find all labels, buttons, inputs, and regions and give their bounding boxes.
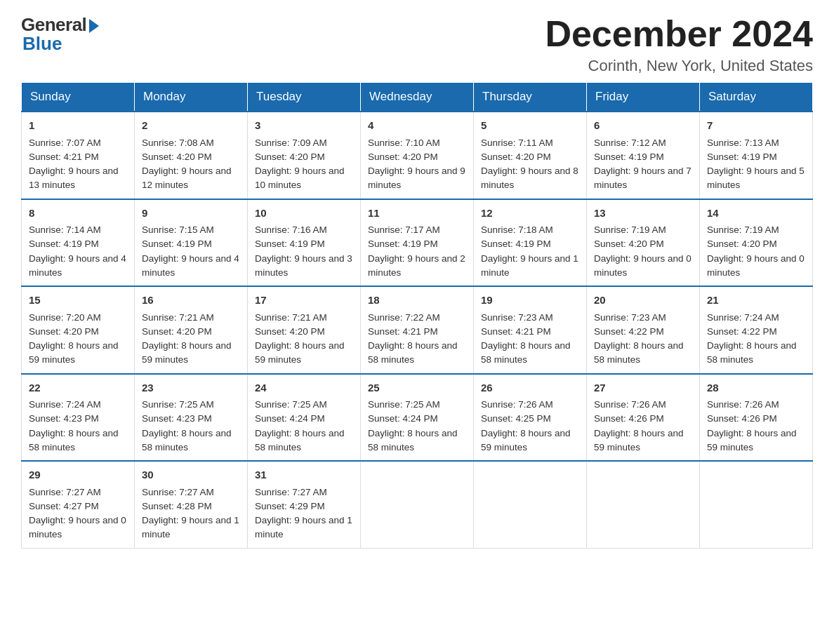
calendar-week-row: 15 Sunrise: 7:20 AM Sunset: 4:20 PM Dayl… [22,286,813,374]
month-title: December 2024 [545,14,813,54]
daylight-label: Daylight: 9 hours and 1 minute [481,253,578,278]
sunset-label: Sunset: 4:23 PM [29,413,99,424]
daylight-label: Daylight: 8 hours and 58 minutes [707,340,797,365]
logo: General Blue [21,14,99,55]
sunrise-label: Sunrise: 7:07 AM [29,137,101,148]
sunrise-label: Sunrise: 7:11 AM [481,137,553,148]
day-number: 17 [255,293,353,309]
calendar-week-row: 22 Sunrise: 7:24 AM Sunset: 4:23 PM Dayl… [22,374,813,462]
table-row: 1 Sunrise: 7:07 AM Sunset: 4:21 PM Dayli… [22,112,135,199]
day-headers-row: Sunday Monday Tuesday Wednesday Thursday… [22,83,813,112]
day-number: 27 [594,380,692,396]
daylight-label: Daylight: 8 hours and 58 minutes [368,428,458,452]
day-number: 18 [368,293,466,309]
sunset-label: Sunset: 4:20 PM [255,326,325,337]
sunrise-label: Sunrise: 7:21 AM [255,312,327,323]
daylight-label: Daylight: 9 hours and 5 minutes [707,166,805,190]
sunrise-label: Sunrise: 7:27 AM [29,487,101,497]
daylight-label: Daylight: 8 hours and 58 minutes [29,428,119,452]
sunrise-label: Sunrise: 7:21 AM [142,312,214,323]
header-friday: Friday [587,83,700,112]
sunset-label: Sunset: 4:20 PM [142,326,212,337]
daylight-label: Daylight: 9 hours and 0 minutes [29,515,126,539]
table-row [700,461,813,548]
sunrise-label: Sunrise: 7:23 AM [481,312,553,323]
table-row: 2 Sunrise: 7:08 AM Sunset: 4:20 PM Dayli… [135,112,248,199]
table-row [361,461,474,548]
day-number: 1 [29,118,127,134]
header-saturday: Saturday [700,83,813,112]
daylight-label: Daylight: 8 hours and 59 minutes [481,428,571,452]
daylight-label: Daylight: 9 hours and 8 minutes [481,166,578,190]
daylight-label: Daylight: 9 hours and 3 minutes [255,253,352,278]
day-number: 31 [255,467,353,483]
logo-triangle-icon [89,19,99,33]
sunset-label: Sunset: 4:21 PM [368,326,438,337]
daylight-label: Daylight: 9 hours and 1 minute [142,515,239,539]
daylight-label: Daylight: 8 hours and 58 minutes [368,340,458,365]
table-row: 8 Sunrise: 7:14 AM Sunset: 4:19 PM Dayli… [22,199,135,287]
day-number: 28 [707,380,805,396]
day-number: 26 [481,380,579,396]
sunrise-label: Sunrise: 7:26 AM [481,399,553,410]
daylight-label: Daylight: 8 hours and 59 minutes [594,428,684,452]
sunrise-label: Sunrise: 7:26 AM [594,399,666,410]
table-row: 7 Sunrise: 7:13 AM Sunset: 4:19 PM Dayli… [700,112,813,199]
header-thursday: Thursday [474,83,587,112]
sunrise-label: Sunrise: 7:12 AM [594,137,666,148]
day-number: 30 [142,467,240,483]
table-row: 16 Sunrise: 7:21 AM Sunset: 4:20 PM Dayl… [135,286,248,374]
sunset-label: Sunset: 4:25 PM [481,413,551,424]
sunrise-label: Sunrise: 7:19 AM [594,224,666,235]
daylight-label: Daylight: 8 hours and 59 minutes [142,340,232,365]
sunrise-label: Sunrise: 7:27 AM [255,487,327,497]
sunset-label: Sunset: 4:26 PM [707,413,777,424]
table-row: 21 Sunrise: 7:24 AM Sunset: 4:22 PM Dayl… [700,286,813,374]
table-row: 10 Sunrise: 7:16 AM Sunset: 4:19 PM Dayl… [248,199,361,287]
sunset-label: Sunset: 4:19 PM [29,239,99,249]
table-row: 18 Sunrise: 7:22 AM Sunset: 4:21 PM Dayl… [361,286,474,374]
table-row: 27 Sunrise: 7:26 AM Sunset: 4:26 PM Dayl… [587,374,700,462]
sunset-label: Sunset: 4:21 PM [481,326,551,337]
daylight-label: Daylight: 9 hours and 2 minutes [368,253,465,278]
sunrise-label: Sunrise: 7:24 AM [29,399,101,410]
table-row: 23 Sunrise: 7:25 AM Sunset: 4:23 PM Dayl… [135,374,248,462]
sunrise-label: Sunrise: 7:25 AM [255,399,327,410]
daylight-label: Daylight: 8 hours and 58 minutes [255,428,345,452]
day-number: 15 [29,293,127,309]
daylight-label: Daylight: 9 hours and 12 minutes [142,166,232,190]
day-number: 13 [594,206,692,222]
day-number: 11 [368,206,466,222]
sunset-label: Sunset: 4:28 PM [142,501,212,511]
daylight-label: Daylight: 8 hours and 59 minutes [707,428,797,452]
table-row [474,461,587,548]
header-wednesday: Wednesday [361,83,474,112]
sunset-label: Sunset: 4:22 PM [594,326,664,337]
daylight-label: Daylight: 9 hours and 4 minutes [142,253,239,278]
sunset-label: Sunset: 4:22 PM [707,326,777,337]
sunrise-label: Sunrise: 7:08 AM [142,137,214,148]
table-row: 30 Sunrise: 7:27 AM Sunset: 4:28 PM Dayl… [135,461,248,548]
logo-blue-text: Blue [21,33,62,55]
header-sunday: Sunday [22,83,135,112]
table-row: 31 Sunrise: 7:27 AM Sunset: 4:29 PM Dayl… [248,461,361,548]
sunrise-label: Sunrise: 7:23 AM [594,312,666,323]
sunset-label: Sunset: 4:19 PM [255,239,325,249]
sunset-label: Sunset: 4:19 PM [142,239,212,249]
sunrise-label: Sunrise: 7:24 AM [707,312,779,323]
table-row: 24 Sunrise: 7:25 AM Sunset: 4:24 PM Dayl… [248,374,361,462]
sunset-label: Sunset: 4:20 PM [142,152,212,162]
sunrise-label: Sunrise: 7:13 AM [707,137,779,148]
sunrise-label: Sunrise: 7:25 AM [142,399,214,410]
table-row: 15 Sunrise: 7:20 AM Sunset: 4:20 PM Dayl… [22,286,135,374]
table-row: 11 Sunrise: 7:17 AM Sunset: 4:19 PM Dayl… [361,199,474,287]
table-row: 4 Sunrise: 7:10 AM Sunset: 4:20 PM Dayli… [361,112,474,199]
day-number: 23 [142,380,240,396]
calendar-week-row: 1 Sunrise: 7:07 AM Sunset: 4:21 PM Dayli… [22,112,813,199]
calendar-table: Sunday Monday Tuesday Wednesday Thursday… [21,82,813,549]
sunset-label: Sunset: 4:21 PM [29,152,99,162]
title-section: December 2024 Corinth, New York, United … [545,14,813,75]
day-number: 19 [481,293,579,309]
table-row: 3 Sunrise: 7:09 AM Sunset: 4:20 PM Dayli… [248,112,361,199]
sunrise-label: Sunrise: 7:27 AM [142,487,214,497]
